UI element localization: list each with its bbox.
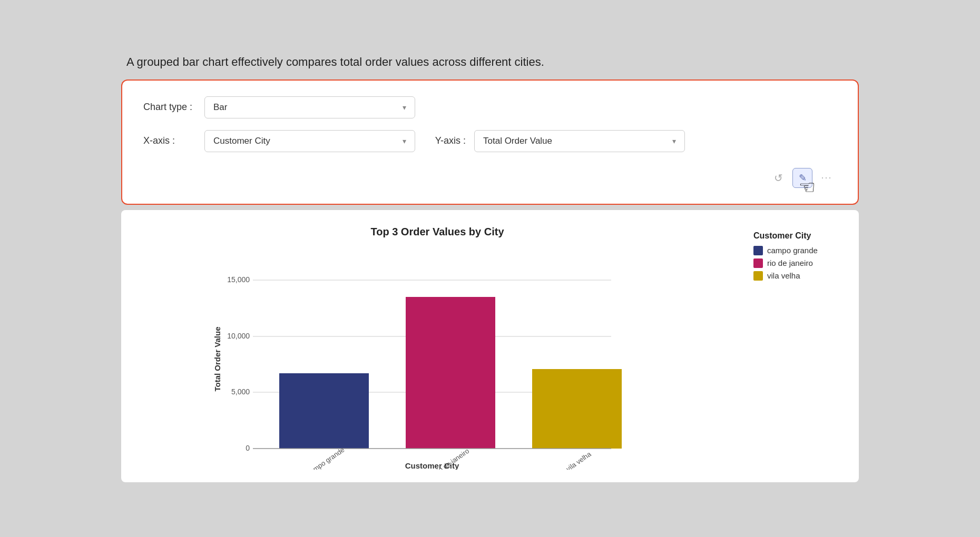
- x-axis-label: X-axis :: [143, 135, 196, 146]
- chart-type-chevron-icon: ▾: [403, 103, 406, 112]
- y-axis-select[interactable]: Total Order Value ▾: [474, 130, 685, 152]
- legend-item-campo-grande: campo grande: [753, 246, 848, 255]
- legend-swatch-rio-de-janeiro: [753, 258, 763, 268]
- chart-type-label: Chart type :: [143, 102, 196, 113]
- refresh-button[interactable]: ↺: [768, 168, 788, 188]
- more-button[interactable]: ···: [817, 168, 837, 188]
- page-container: A grouped bar chart effectively compares…: [100, 39, 880, 498]
- chart-svg: Total Order Value 15,000 10,000 5,000 0: [132, 248, 743, 470]
- edit-button[interactable]: ✎: [792, 168, 812, 188]
- chart-svg-wrap: Total Order Value 15,000 10,000 5,000 0: [132, 248, 743, 472]
- chart-container: Top 3 Order Values by City Total Order V…: [121, 210, 859, 482]
- legend-swatch-campo-grande: [753, 246, 763, 255]
- bar-campo-grande: [279, 373, 369, 449]
- y-axis-label: Y-axis :: [424, 135, 466, 146]
- edit-icon: ✎: [799, 172, 807, 184]
- y-tick-15000: 15,000: [227, 275, 250, 284]
- legend-label-campo-grande: campo grande: [767, 246, 818, 255]
- y-axis-label-text: Total Order Value: [213, 326, 222, 391]
- x-axis-value: Customer City: [213, 136, 270, 146]
- legend-label-vila-velha: vila velha: [767, 271, 800, 280]
- chart-inner: Top 3 Order Values by City Total Order V…: [132, 226, 743, 472]
- axes-row: X-axis : Customer City ▾ Y-axis : Total …: [143, 130, 837, 152]
- toolbar-row: ↺ ✎ ···: [143, 164, 837, 188]
- y-tick-0: 0: [246, 444, 250, 452]
- refresh-icon: ↺: [774, 172, 783, 184]
- legend-swatch-vila-velha: [753, 271, 763, 281]
- x-axis-chevron-icon: ▾: [403, 137, 406, 145]
- y-axis-chevron-icon: ▾: [672, 137, 676, 145]
- x-axis-label-text: Customer City: [405, 461, 459, 470]
- bar-rio-de-janeiro: [406, 297, 495, 449]
- config-panel: Chart type : Bar ▾ X-axis : Customer Cit…: [121, 79, 859, 205]
- chart-type-row: Chart type : Bar ▾: [143, 96, 837, 118]
- bar-vila-velha: [532, 369, 622, 449]
- description-text: A grouped bar chart effectively compares…: [121, 55, 859, 69]
- more-icon: ···: [821, 172, 832, 183]
- chart-type-select[interactable]: Bar ▾: [204, 96, 415, 118]
- y-tick-5000: 5,000: [231, 387, 250, 396]
- x-tick-vila-velha: vila velha: [565, 450, 593, 470]
- y-tick-10000: 10,000: [227, 332, 250, 340]
- y-axis-value: Total Order Value: [483, 136, 552, 146]
- legend-item-vila-velha: vila velha: [753, 271, 848, 281]
- legend: Customer City campo grande rio de janeir…: [753, 226, 848, 284]
- legend-label-rio-de-janeiro: rio de janeiro: [767, 258, 813, 267]
- x-tick-campo-grande: campo grande: [306, 445, 346, 469]
- legend-title: Customer City: [753, 231, 848, 241]
- legend-item-rio-de-janeiro: rio de janeiro: [753, 258, 848, 268]
- x-axis-select[interactable]: Customer City ▾: [204, 130, 415, 152]
- chart-type-value: Bar: [213, 102, 227, 113]
- chart-title: Top 3 Order Values by City: [132, 226, 743, 238]
